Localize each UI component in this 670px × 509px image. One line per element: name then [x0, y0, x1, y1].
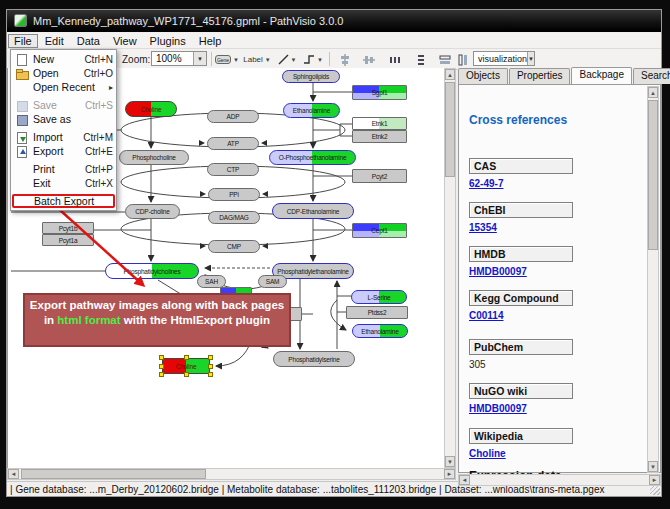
menu-plugins[interactable]: Plugins	[144, 34, 192, 48]
tab-objects[interactable]: Objects	[458, 68, 508, 84]
menu-help[interactable]: Help	[193, 34, 228, 48]
visualization-combobox[interactable]: visualization ▼	[473, 51, 535, 66]
pathway-node-atp[interactable]: ATP	[207, 137, 259, 150]
menu-file[interactable]: File	[8, 34, 38, 48]
file-menu-item-batch-export[interactable]: Batch Export	[12, 194, 115, 208]
title-bar[interactable]: Mm_Kennedy_pathway_WP1771_45176.gpml - P…	[7, 10, 661, 32]
tab-search[interactable]: Search	[633, 68, 670, 84]
file-menu-item-exit[interactable]: ExitCtrl+X	[11, 176, 116, 190]
pathway-node-sphingolipids[interactable]: Sphingolipids	[282, 70, 340, 83]
callout-highlight-text: html format	[57, 314, 120, 326]
pathway-node-phosphocholine[interactable]: Phosphocholine	[119, 150, 189, 165]
pathway-node-adp[interactable]: ADP	[207, 110, 259, 123]
scroll-up-icon[interactable]: ▲	[445, 69, 455, 80]
zoom-combobox[interactable]: 100% ▼	[151, 51, 207, 66]
xref-link[interactable]: HMDB00097	[469, 403, 573, 414]
file-menu-item-save[interactable]: SaveCtrl+S	[11, 98, 116, 112]
scroll-left-icon[interactable]: ◄	[8, 469, 19, 479]
chevron-down-icon[interactable]: ▼	[193, 52, 206, 65]
pathway-node-cept1[interactable]: Cept1	[352, 223, 407, 238]
menu-data[interactable]: Data	[71, 34, 106, 48]
resize-grip[interactable]	[650, 485, 660, 495]
xref-link[interactable]: C00114	[469, 310, 573, 321]
scroll-down-icon[interactable]: ▼	[648, 461, 658, 472]
pathway-node-sgpl1[interactable]: Sgpl1	[352, 85, 407, 100]
selection-handle[interactable]	[208, 372, 213, 377]
file-menu-item-print[interactable]: PrintCtrl+P	[11, 162, 116, 176]
menu-item-label: Save as	[33, 113, 71, 125]
file-menu-item-export[interactable]: ExportCtrl+E	[11, 144, 116, 158]
pathway-node-pcyt2[interactable]: Pcyt2	[352, 169, 407, 183]
scroll-down-icon[interactable]: ▼	[445, 456, 455, 467]
hscroll-thumb[interactable]	[21, 469, 206, 479]
pathway-node-cdp-ethanolamine[interactable]: CDP-Ethanolamine	[272, 203, 354, 219]
pathway-node-phosphatidylserine[interactable]: Phosphatidylserine	[273, 351, 355, 367]
pathway-node-o-phosphoethanolamine[interactable]: O-Phosphoethanolamine	[269, 150, 356, 165]
selection-handle[interactable]	[159, 372, 164, 377]
menu-edit[interactable]: Edit	[39, 34, 70, 48]
distribute-horizontal-button[interactable]	[385, 51, 404, 68]
scroll-up-icon[interactable]: ▲	[648, 87, 658, 98]
xref-link[interactable]: Choline	[469, 448, 573, 459]
tab-backpage[interactable]: Backpage	[571, 67, 631, 84]
sidebar-hscrollbar[interactable]: ◄ ►	[458, 474, 661, 486]
pathway-node-etnk1[interactable]: Etnk1	[352, 117, 407, 130]
line-tool-button[interactable]: ▼	[275, 51, 299, 68]
pathway-node-ppi[interactable]: PPi	[208, 188, 260, 201]
pathway-node-etnk2[interactable]: Etnk2	[352, 130, 407, 143]
file-menu-item-import[interactable]: ImportCtrl+M	[11, 130, 116, 144]
align-center-y-button[interactable]	[359, 51, 378, 68]
file-menu-item-open[interactable]: OpenCtrl+O	[11, 66, 116, 80]
align-center-x-button[interactable]	[335, 51, 354, 68]
vscroll-thumb[interactable]	[648, 100, 658, 250]
selection-handle[interactable]	[208, 364, 213, 369]
xref-section-pubchem: PubChem305	[469, 339, 573, 370]
scroll-left-icon[interactable]: ◄	[459, 475, 470, 485]
file-menu-item-open-recent[interactable]: Open Recent▸	[11, 80, 116, 94]
pathway-node-l-serine[interactable]: L-Serine	[351, 290, 407, 304]
common-height-button[interactable]	[453, 51, 472, 68]
new-label-button[interactable]: Label▼	[243, 51, 271, 68]
pathway-node-cmp[interactable]: CMP	[208, 240, 260, 253]
selection-handle[interactable]	[184, 355, 189, 360]
pathway-node-pcyt1b[interactable]: Pcyt1b	[42, 222, 94, 234]
new-datanode-button[interactable]: Gene▼	[214, 51, 240, 68]
pathway-node-phosphatidylcholines[interactable]: Phosphatidylcholines	[105, 263, 199, 279]
sidebar-vscrollbar[interactable]: ▲ ▼	[647, 86, 659, 473]
pathway-node-ptdss2[interactable]: Ptdss2	[346, 306, 408, 319]
selection-handle[interactable]	[184, 372, 189, 377]
node-label: O-Phosphoethanolamine	[279, 154, 347, 161]
tab-properties[interactable]: Properties	[509, 68, 571, 84]
xref-link[interactable]: 15354	[469, 222, 573, 233]
file-menu-item-new[interactable]: NewCtrl+N	[11, 52, 116, 66]
menu-view[interactable]: View	[107, 34, 143, 48]
common-width-button[interactable]	[435, 51, 454, 68]
blank-icon	[16, 196, 30, 207]
connector-tool-button[interactable]: ▼	[301, 51, 325, 68]
right-sidebar: ObjectsPropertiesBackpageSearchLegend Cr…	[458, 67, 661, 480]
pathway-node-sam[interactable]: SAM	[258, 275, 287, 288]
scroll-right-icon[interactable]: ►	[444, 469, 455, 479]
scroll-right-icon[interactable]: ►	[649, 475, 660, 485]
pathway-node-pcyt1a[interactable]: Pcyt1a	[42, 234, 94, 246]
distribute-vertical-button[interactable]	[411, 51, 430, 68]
node-label: Pcyt2	[372, 173, 387, 180]
pathway-node-ctp[interactable]: CTP	[207, 163, 259, 176]
canvas-hscrollbar[interactable]: ◄ ►	[7, 468, 456, 480]
selection-handle[interactable]	[208, 355, 213, 360]
canvas-vscrollbar[interactable]: ▲ ▼	[444, 68, 456, 468]
xref-link[interactable]: 62-49-7	[469, 178, 573, 189]
xref-link[interactable]: HMDB00097	[469, 266, 573, 277]
app-icon	[14, 14, 27, 27]
pathway-node-ethanolamine[interactable]: Ethanolamine	[283, 103, 340, 118]
common-width-icon	[439, 54, 451, 66]
selection-handle[interactable]	[159, 364, 164, 369]
selection-handle[interactable]	[159, 355, 164, 360]
pathway-node-cdp-choline[interactable]: CDP-choline	[125, 204, 180, 219]
chevron-down-icon[interactable]: ▼	[527, 52, 534, 65]
file-menu-item-save-as[interactable]: Save as	[11, 112, 116, 126]
pathway-node-choline[interactable]: Choline	[125, 101, 177, 117]
pathway-node-ethanolamine[interactable]: Ethanolamine	[352, 324, 408, 338]
pathway-node-dag-mag[interactable]: DAG/MAG	[208, 211, 260, 224]
vscroll-thumb[interactable]	[445, 82, 455, 177]
